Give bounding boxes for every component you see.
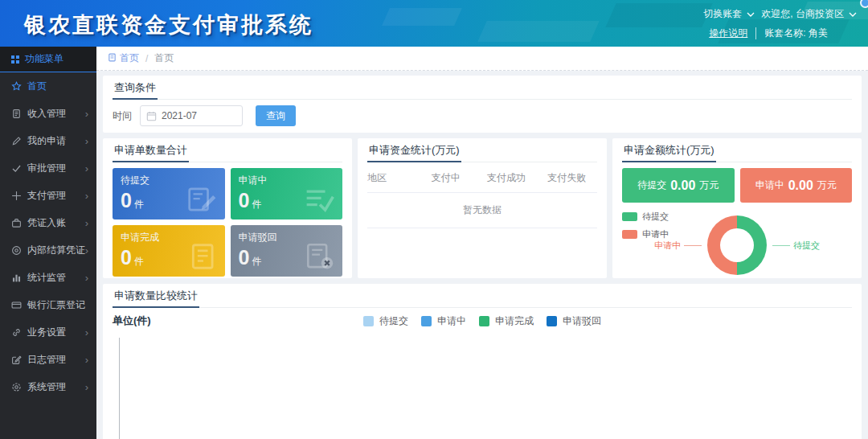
edit-note-icon [11, 355, 22, 365]
home-doc-icon [108, 53, 117, 64]
edit-document-icon [186, 185, 219, 216]
chevron-right-icon: › [85, 273, 88, 283]
badge-pending-amount: 待提交0.00万元 [622, 168, 735, 203]
sidebar-menu-header: 功能菜单 [0, 47, 96, 72]
month-picker-input[interactable]: 2021-07 [140, 105, 243, 126]
donut-chart-area: 待提交 申请中 申请中 待提交 [622, 207, 852, 284]
sidebar-item-approval[interactable]: 审批管理 › [0, 154, 96, 182]
sidebar-item-business-settings[interactable]: 业务设置 › [0, 318, 96, 346]
sidebar-item-system[interactable]: 系统管理 › [0, 373, 96, 400]
card-completed[interactable]: 申请完成 0件 [113, 225, 225, 277]
briefcase-icon [11, 218, 22, 228]
menu-grid-icon [11, 55, 19, 64]
sidebar-item-payment[interactable]: 支付管理 › [0, 182, 96, 209]
column-header: 支付成功 [476, 171, 536, 185]
amount-panel-title: 申请金额统计(万元) [622, 138, 716, 162]
fund-panel-title: 申请资金统计(万元) [367, 138, 461, 162]
card-pending-submit[interactable]: 待提交 0件 [113, 168, 225, 220]
summary-panel-title: 申请单数量合计 [113, 138, 189, 162]
search-button[interactable]: 查询 [256, 105, 296, 126]
fund-table-header: 地区 支付中 支付成功 支付失败 [367, 164, 597, 193]
compare-chart-panel: 申请数量比较统计 单位(件) 待提交 申请中 申请完成 申请驳回 [103, 284, 862, 439]
gear-icon [11, 382, 22, 392]
header-decoration [382, 8, 462, 26]
legend-swatch [363, 316, 374, 326]
sidebar-item-label: 统计监管 [27, 271, 66, 285]
breadcrumb-current: 首页 [154, 51, 174, 65]
legend-swatch [421, 316, 432, 326]
legend-item[interactable]: 申请驳回 [547, 314, 601, 328]
summary-panel: 申请单数量合计 待提交 0件 申请中 0件 申请完成 0件 [103, 138, 352, 278]
fund-stats-panel: 申请资金统计(万元) 地区 支付中 支付成功 支付失败 暂无数据 [358, 138, 607, 278]
legend-item[interactable]: 待提交 [363, 314, 408, 328]
target-icon [11, 245, 22, 256]
legend-item[interactable]: 申请完成 [479, 314, 534, 328]
month-picker-value: 2021-07 [162, 110, 197, 121]
sidebar-item-label: 日志管理 [27, 353, 66, 367]
sidebar-item-label: 我的申请 [27, 134, 66, 148]
document-icon [11, 109, 22, 119]
column-header: 支付中 [416, 171, 476, 185]
chevron-right-icon: › [85, 355, 88, 365]
empty-data-text: 暂无数据 [367, 193, 597, 228]
star-icon [11, 81, 22, 92]
card-in-progress[interactable]: 申请中 0件 [231, 168, 343, 220]
operation-guide-link[interactable]: 操作说明 [709, 27, 747, 40]
time-label: 时间 [113, 109, 132, 123]
sidebar-item-log[interactable]: 日志管理 › [0, 346, 96, 373]
chevron-right-icon: › [85, 327, 88, 338]
calendar-icon [146, 111, 157, 124]
sidebar-item-label: 凭证入账 [27, 216, 66, 230]
card-rejected[interactable]: 申请驳回 0件 [231, 225, 343, 277]
sidebar-item-label: 银行汇票登记 [27, 298, 85, 312]
legend-swatch [622, 212, 637, 221]
bank-card-icon [11, 300, 22, 310]
sidebar-item-statistics[interactable]: 统计监管 › [0, 264, 96, 291]
welcome-user-dropdown[interactable]: 欢迎您, 台商投资区 [761, 7, 857, 21]
chevron-right-icon: › [85, 382, 88, 392]
badge-inprogress-amount: 申请中0.00万元 [740, 168, 853, 203]
breadcrumb-home-link[interactable]: 首页 [108, 51, 139, 65]
compare-panel-title: 申请数量比较统计 [113, 284, 199, 308]
switch-account-label: 切换账套 [703, 7, 742, 21]
pie-label-left: 申请中 [654, 240, 702, 252]
sidebar-item-internal-settlement[interactable]: 内部结算凭证 › [0, 236, 96, 264]
legend-item[interactable]: 申请中 [421, 314, 466, 328]
header-decoration [605, 3, 712, 27]
chevron-right-icon: › [85, 109, 88, 119]
column-header: 支付失败 [537, 171, 597, 185]
legend-swatch [622, 230, 637, 239]
breadcrumb-separator: / [145, 53, 148, 64]
main-area: 首页 / 首页 查询条件 时间 2021-07 查询 申 [96, 47, 868, 439]
sidebar: 功能菜单 首页 收入管理 › 我的申请 › 审批管理 › 支付管理 › 凭证入账… [0, 47, 96, 439]
amount-stats-panel: 申请金额统计(万元) 待提交0.00万元 申请中0.00万元 待提交 申请中 [612, 138, 862, 278]
chevron-right-icon: › [85, 245, 88, 256]
list-check-icon [304, 185, 336, 216]
dashboard-content: 查询条件 时间 2021-07 查询 申请单数量合计 待提交 [96, 71, 868, 439]
chevron-right-icon: › [85, 191, 88, 201]
sidebar-item-voucher-entry[interactable]: 凭证入账 › [0, 209, 96, 236]
query-panel-title: 查询条件 [113, 76, 158, 100]
pencil-icon [11, 136, 22, 146]
switch-account-dropdown[interactable]: 切换账套 [703, 7, 755, 21]
plus-cross-icon [11, 191, 22, 201]
sidebar-item-label: 业务设置 [27, 326, 66, 339]
sidebar-item-home[interactable]: 首页 [0, 72, 96, 100]
chevron-down-icon [849, 11, 857, 18]
sidebar-item-income[interactable]: 收入管理 › [0, 100, 96, 127]
breadcrumb: 首页 / 首页 [96, 47, 868, 71]
check-icon [11, 163, 22, 174]
sidebar-item-my-applications[interactable]: 我的申请 › [0, 127, 96, 154]
sidebar-item-label: 内部结算凭证 [27, 244, 85, 257]
bar-chart-legend: 待提交 申请中 申请完成 申请驳回 [363, 314, 601, 328]
notification-dot[interactable] [860, 0, 868, 8]
sidebar-item-label: 系统管理 [27, 380, 66, 394]
header-account-row: 操作说明 账套名称: 角美 [709, 27, 828, 40]
header-decoration [477, 21, 600, 42]
donut-chart[interactable] [707, 215, 767, 275]
query-panel: 查询条件 时间 2021-07 查询 [103, 76, 862, 133]
y-axis-unit-label: 单位(件) [113, 314, 151, 326]
bar-chart-plot-area [119, 338, 850, 439]
app-header: 银农直联资金支付审批系统 切换账套 欢迎您, 台商投资区 操作说明 账套名称: … [0, 0, 868, 47]
sidebar-item-bank-draft[interactable]: 银行汇票登记 [0, 291, 96, 318]
